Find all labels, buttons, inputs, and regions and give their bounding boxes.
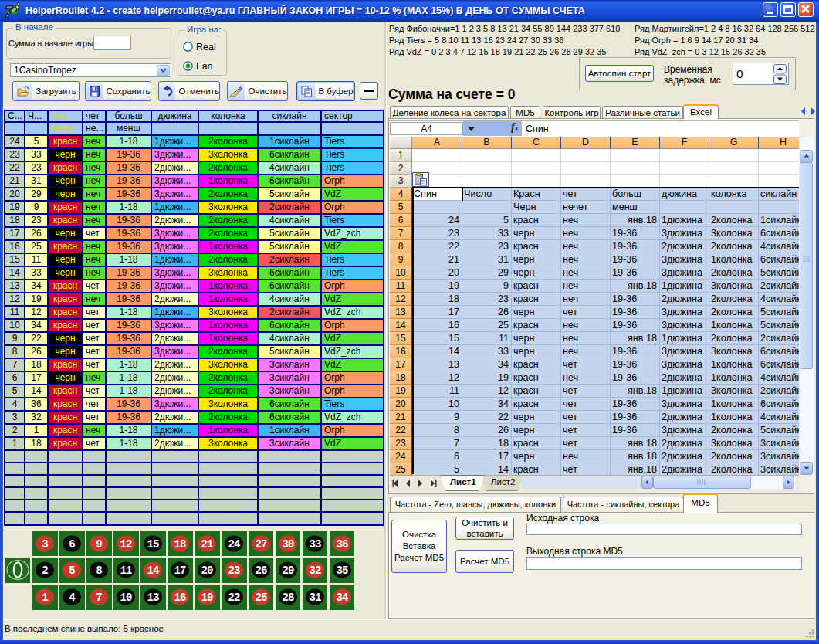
- svg-text:29: 29: [282, 564, 293, 577]
- svg-text:31: 31: [309, 591, 320, 604]
- svg-text:3: 3: [42, 538, 49, 551]
- svg-text:15: 15: [147, 538, 159, 551]
- svg-text:19: 19: [201, 591, 213, 604]
- svg-text:33: 33: [309, 538, 320, 551]
- svg-text:12: 12: [120, 538, 132, 551]
- svg-text:16: 16: [174, 591, 186, 604]
- svg-text:2: 2: [42, 564, 49, 577]
- svg-text:30: 30: [282, 538, 293, 551]
- svg-text:4: 4: [69, 591, 75, 604]
- svg-text:36: 36: [336, 538, 347, 551]
- svg-text:18: 18: [174, 538, 186, 551]
- svg-text:8: 8: [96, 564, 102, 577]
- svg-text:14: 14: [147, 564, 159, 577]
- svg-text:11: 11: [120, 564, 132, 577]
- svg-text:24: 24: [228, 538, 240, 551]
- svg-text:1: 1: [42, 591, 49, 604]
- svg-text:26: 26: [255, 564, 266, 577]
- svg-text:34: 34: [336, 591, 347, 604]
- svg-text:20: 20: [201, 564, 213, 577]
- svg-text:32: 32: [309, 564, 320, 577]
- svg-text:7: 7: [5, 2, 14, 21]
- svg-text:9: 9: [96, 538, 102, 551]
- svg-text:7: 7: [96, 591, 102, 604]
- svg-text:27: 27: [255, 538, 266, 551]
- svg-text:10: 10: [120, 591, 132, 604]
- svg-text:35: 35: [336, 564, 347, 577]
- svg-text:22: 22: [228, 591, 240, 604]
- svg-text:21: 21: [201, 538, 213, 551]
- svg-text:6: 6: [69, 538, 75, 551]
- svg-text:28: 28: [282, 591, 293, 604]
- svg-text:25: 25: [255, 591, 266, 604]
- svg-text:23: 23: [228, 564, 240, 577]
- svg-text:5: 5: [69, 564, 75, 577]
- svg-text:17: 17: [174, 564, 186, 577]
- svg-text:13: 13: [147, 591, 159, 604]
